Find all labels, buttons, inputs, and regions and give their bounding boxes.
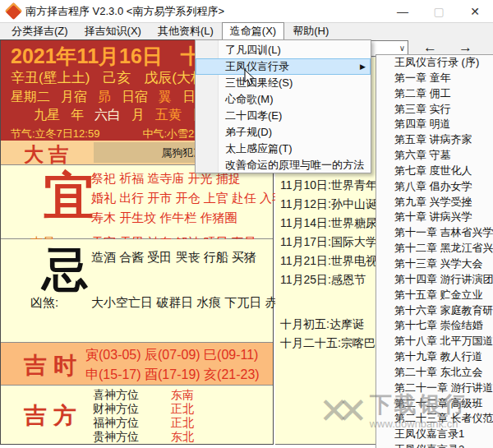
submenu-chapter-item[interactable]: 第二十章 东北立会	[376, 365, 493, 381]
dropdown-menu-item[interactable]: 王凤仪言行录 ▶	[196, 58, 371, 75]
lunar-holidays-list: 十月初五:达摩诞十月二十五:宗喀巴诞辰	[280, 315, 376, 353]
date-text: 2021年11月16日	[11, 43, 163, 70]
submenu-chapter-item[interactable]: 第六章 守墓	[376, 148, 493, 164]
ganzhi-text: 己亥	[103, 68, 131, 87]
submenu-chapter-item[interactable]: 第十章 讲病兴学	[376, 210, 493, 225]
submenu-chapter-item[interactable]: 第十一章 吉林省兴学	[376, 225, 493, 241]
dropdown-menu-item[interactable]: 了凡四训(L) ▶	[196, 42, 371, 58]
dropdown-menu-item[interactable]: 弟子规(D) ▶	[196, 124, 371, 141]
menubar-item[interactable]: 造命篇(X)	[222, 22, 284, 40]
submenu-chapter-item[interactable]: 王凤仪嘉言录2	[376, 442, 493, 448]
next-day-button[interactable]: →	[458, 39, 472, 56]
previous-day-button[interactable]: ←	[423, 39, 437, 56]
header-field: 九星	[34, 107, 60, 124]
dropdown-menu-item[interactable]: 心命歌(M) ▶	[196, 91, 371, 108]
holiday-item: 11月25日:感恩节	[280, 270, 376, 289]
submenu-chapter-item[interactable]: 第七章 度世化人	[376, 164, 493, 179]
lucky-directions-list: 喜神方位 东南 财神方位 正北 福神方位 正北 贵神方位 东北	[93, 388, 194, 444]
holiday-item: 11月10日:世界青年节	[280, 176, 376, 195]
holiday-item: 11月17日:国际大学生节	[280, 233, 376, 252]
submenu-chapter-item[interactable]: 第八章 倡办女学	[376, 179, 493, 195]
menubar-item[interactable]: 其他资料(L)	[150, 22, 222, 40]
inauspicious-title: 忌	[42, 239, 88, 302]
lucky-directions-section: 吉方 喜神方位 东南 财神方位 正北 福神方位 正北 贵神	[1, 386, 273, 444]
dropdown-menu-item[interactable]: 二十四孝(E) ▶	[196, 108, 371, 124]
submenu-chapter-item[interactable]: 第二十三章 长者仪范	[376, 411, 493, 427]
header-field: 五黄	[155, 107, 182, 124]
dropdown-menu-item[interactable]: 太上感应篇(T) ▶	[196, 141, 371, 157]
submenu-chapter-item[interactable]: 第一章 童年	[376, 71, 493, 86]
window-title: 南方择吉程序 V2.3.0 <南方易学系列程序>	[25, 4, 224, 19]
header-field: 六白	[94, 107, 121, 124]
submenu-chapter-item[interactable]: 第十八章 北平万国道德	[376, 334, 493, 349]
lucky-hours-title: 吉时	[24, 350, 83, 381]
direction-row: 贵神方位 东北	[93, 430, 194, 444]
submenu-chapter-item[interactable]: 第九章 兴学受挫	[376, 195, 493, 210]
chevron-down-icon[interactable]: ∨	[399, 44, 405, 53]
minimize-button[interactable]: —	[385, 0, 421, 23]
app-logo-icon	[5, 2, 22, 20]
window-controls: — ▢ ✕	[385, 0, 493, 23]
direction-name: 财神方位	[93, 402, 171, 416]
submenu-chapter-item[interactable]: 第十二章 黑龙江省兴学	[376, 241, 493, 256]
dropdown-menu-item[interactable]: 改善命运的原理与唯一的方法 ▶	[196, 157, 371, 173]
maximize-button[interactable]: ▢	[421, 0, 457, 23]
direction-row: 福神方位 正北	[93, 416, 194, 430]
dropdown-menu-item-label: 三世因果经(S)	[225, 76, 293, 90]
dropdown-menu-item[interactable]: 三世因果经(S) ▶	[196, 75, 371, 91]
submenu-chapter-item[interactable]: 第二章 佣工	[376, 86, 493, 102]
chapter-submenu: 王凤仪言行录 (序)第一章 童年第二章 佣工第三章 实行第四章 明道第五章 讲病…	[376, 54, 493, 448]
ganzhi-text: 辛丑(壁上土)	[11, 68, 90, 87]
header-field: 日宿	[122, 89, 148, 106]
header-field: 月宿	[61, 89, 87, 106]
submenu-chapter-item[interactable]: 王凤仪嘉言录1	[376, 427, 493, 442]
dropdown-menu-item-label: 弟子规(D)	[225, 125, 272, 140]
close-button[interactable]: ✕	[457, 0, 493, 23]
submenu-chapter-item[interactable]: 第五章 讲病齐家	[376, 132, 493, 148]
holiday-item: 十月初五:达摩诞	[280, 315, 376, 334]
submenu-chapter-item[interactable]: 第十四章 游行讲演团	[376, 272, 493, 288]
dropdown-menu-item-label: 王凤仪言行录	[225, 59, 289, 74]
dropdown-menu-item-label: 改善命运的原理与唯一的方法	[225, 158, 364, 173]
holiday-item: 11月21日:世界电视日	[280, 252, 376, 270]
header-field: 昴	[98, 89, 111, 106]
header-field: 星期二	[11, 89, 50, 106]
submenu-chapter-item[interactable]: 第十三章 兴学大会	[376, 256, 493, 272]
holiday-item: 11月14日:世界糖尿病日	[280, 214, 376, 233]
dropdown-menu-item-label: 二十四孝(E)	[225, 109, 282, 123]
submenu-arrow-icon: ▶	[360, 62, 366, 71]
direction-name: 喜神方位	[93, 388, 171, 402]
menubar-item[interactable]: 帮助(H)	[284, 22, 337, 40]
submenu-chapter-item[interactable]: 第十九章 教人行道	[376, 349, 493, 365]
direction-name: 贵神方位	[93, 430, 171, 444]
submenu-chapter-item[interactable]: 第十六章 家庭教育研究	[376, 303, 493, 319]
submenu-chapter-item[interactable]: 第十七章 崇俭结婚	[376, 318, 493, 334]
inauspicious-section: 忌 造酒 合酱 受田 哭丧 行船 买猪 凶煞: 大小空亡日 破群日 水痕 下兀日…	[1, 239, 273, 343]
direction-row: 财神方位 正北	[93, 402, 194, 416]
zaoming-dropdown-menu: 了凡四训(L) ▶ 王凤仪言行录 ▶ 三世因果经(S) ▶ 心命歌(M) ▶ 二…	[195, 39, 371, 173]
menu-bar: 分类择吉(Z) 择吉知识(X) 其他资料(L) 造命篇(X) 帮助(H)	[0, 23, 493, 39]
menubar-item[interactable]: 择吉知识(X)	[76, 22, 150, 40]
inauspicious-activities: 造酒 合酱 受田 哭丧 行船 买猪	[91, 247, 256, 267]
auspicious-title: 宜	[44, 162, 94, 231]
dropdown-menu-item-label: 心命歌(M)	[225, 92, 274, 107]
evil-stars-label: 凶煞:	[30, 295, 58, 311]
header-field: 月	[131, 107, 145, 124]
direction-value: 正北	[171, 402, 194, 416]
mouse-cursor-icon	[244, 69, 256, 90]
lucky-hours-list: 寅(03-05) 辰(07-09) 巳(09-11)申(15-17) 酉(17-…	[85, 345, 260, 385]
direction-name: 福神方位	[93, 416, 171, 430]
submenu-chapter-item[interactable]: 第二十二章 高级班	[376, 396, 493, 412]
submenu-chapter-item[interactable]: 第二十一章 游行讲道	[376, 381, 493, 396]
auspicious-section: 宜 祭祀 祈福 造寺庙 开光 捕捉 婚礼 出行 开市 开仓 上官 赴任 入宅 盖…	[1, 165, 273, 239]
submenu-chapter-item[interactable]: 第三章 实行	[376, 102, 493, 118]
submenu-chapter-item[interactable]: 第十五章 贮金立业	[376, 288, 493, 303]
lucky-hours-line: 寅(03-05) 辰(07-09) 巳(09-11)	[85, 345, 260, 365]
submenu-chapter-item[interactable]: 第四章 明道	[376, 117, 493, 132]
evil-stars-value: 大小空亡日 破群日 水痕 下兀日 赤口日	[91, 295, 302, 311]
title-bar: 南方择吉程序 V2.3.0 <南方易学系列程序> — ▢ ✕	[0, 0, 493, 23]
submenu-chapter-item[interactable]: 王凤仪言行录 (序)	[376, 55, 493, 71]
menubar-item[interactable]: 分类择吉(Z)	[3, 22, 76, 40]
lucky-directions-title: 吉方	[24, 400, 83, 432]
direction-value: 东南	[171, 388, 194, 402]
